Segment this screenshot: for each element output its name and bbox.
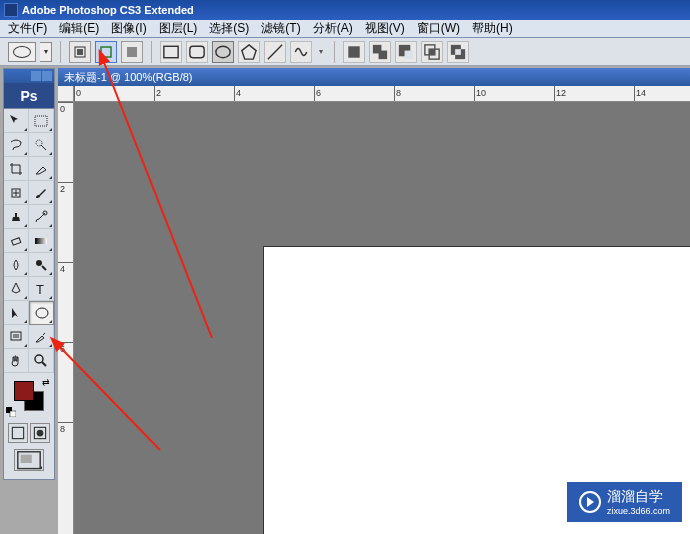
- lasso-tool[interactable]: [4, 133, 29, 157]
- svg-point-42: [37, 430, 44, 437]
- path-select-tool[interactable]: [4, 301, 29, 325]
- svg-rect-19: [455, 49, 461, 55]
- shape-custom-button[interactable]: [290, 41, 312, 63]
- standard-mode-button[interactable]: [8, 423, 28, 443]
- menu-filter[interactable]: 滤镜(T): [255, 20, 306, 37]
- svg-rect-13: [405, 50, 414, 59]
- dodge-tool[interactable]: [29, 253, 54, 277]
- svg-line-37: [42, 362, 46, 366]
- spot-heal-tool[interactable]: [4, 181, 29, 205]
- svg-rect-3: [127, 47, 137, 57]
- svg-rect-1: [77, 49, 83, 55]
- ps-logo: Ps: [4, 83, 54, 109]
- shape-options-dropdown[interactable]: [316, 41, 326, 63]
- pen-tool[interactable]: [4, 277, 29, 301]
- rect-marquee-tool[interactable]: [29, 109, 54, 133]
- svg-rect-27: [12, 237, 21, 244]
- svg-point-32: [36, 308, 48, 318]
- shape-rectangle-button[interactable]: [160, 41, 182, 63]
- svg-rect-40: [12, 427, 23, 438]
- play-icon: [579, 491, 601, 513]
- menu-analysis[interactable]: 分析(A): [307, 20, 359, 37]
- shape-polygon-button[interactable]: [238, 41, 260, 63]
- move-tool[interactable]: [4, 109, 29, 133]
- foreground-color[interactable]: [14, 381, 34, 401]
- ruler-corner: [58, 86, 74, 102]
- notes-tool[interactable]: [4, 325, 29, 349]
- watermark-brand: 溜溜自学: [607, 488, 670, 506]
- menu-select[interactable]: 选择(S): [203, 20, 255, 37]
- crop-tool[interactable]: [4, 157, 29, 181]
- document-window: 未标题-1 @ 100%(RGB/8) 0 2 4 6 8 10 12 14 0…: [58, 68, 690, 534]
- pathop-exclude-button[interactable]: [447, 41, 469, 63]
- svg-line-22: [41, 145, 46, 150]
- menu-layer[interactable]: 图层(L): [153, 20, 204, 37]
- shape-rounded-rect-button[interactable]: [186, 41, 208, 63]
- svg-rect-4: [164, 46, 178, 57]
- svg-point-29: [36, 260, 42, 266]
- svg-rect-39: [10, 411, 16, 417]
- history-brush-tool[interactable]: [29, 205, 54, 229]
- quick-mask-button[interactable]: [30, 423, 50, 443]
- default-colors-icon[interactable]: [6, 403, 16, 413]
- quick-mask-row: [4, 423, 54, 443]
- svg-marker-7: [242, 44, 256, 58]
- vertical-ruler[interactable]: 0 2 4 6 8: [58, 86, 74, 534]
- svg-rect-2: [101, 47, 111, 57]
- toolbox-panel: Ps T ⇄: [3, 68, 55, 480]
- eraser-tool[interactable]: [4, 229, 29, 253]
- menu-help[interactable]: 帮助(H): [466, 20, 519, 37]
- menu-view[interactable]: 视图(V): [359, 20, 411, 37]
- svg-line-8: [268, 44, 282, 58]
- menu-window[interactable]: 窗口(W): [411, 20, 466, 37]
- svg-rect-33: [11, 332, 21, 340]
- mode-paths-button[interactable]: [95, 41, 117, 63]
- horizontal-ruler[interactable]: 0 2 4 6 8 10 12 14: [74, 86, 690, 102]
- svg-point-6: [216, 46, 230, 57]
- svg-text:T: T: [36, 282, 44, 297]
- slice-tool[interactable]: [29, 157, 54, 181]
- blur-tool[interactable]: [4, 253, 29, 277]
- menu-edit[interactable]: 编辑(E): [53, 20, 105, 37]
- color-swatches: ⇄: [4, 377, 54, 413]
- mode-fill-pixels-button[interactable]: [121, 41, 143, 63]
- ellipse-shape-tool[interactable]: [29, 301, 54, 325]
- hand-tool[interactable]: [4, 349, 29, 373]
- svg-rect-16: [429, 49, 435, 55]
- type-tool[interactable]: T: [29, 277, 54, 301]
- svg-rect-28: [35, 238, 47, 244]
- tool-preset-dropdown[interactable]: [40, 42, 52, 62]
- menu-file[interactable]: 文件(F): [2, 20, 53, 37]
- document-title: 未标题-1 @ 100%(RGB/8): [58, 68, 690, 86]
- swap-colors-icon[interactable]: ⇄: [42, 377, 50, 387]
- clone-stamp-tool[interactable]: [4, 205, 29, 229]
- canvas-area[interactable]: [74, 102, 690, 534]
- pathop-subtract-button[interactable]: [395, 41, 417, 63]
- menu-image[interactable]: 图像(I): [105, 20, 152, 37]
- zoom-tool[interactable]: [29, 349, 54, 373]
- pathop-add-button[interactable]: [369, 41, 391, 63]
- toolbox-header[interactable]: [4, 69, 54, 83]
- brush-tool[interactable]: [29, 181, 54, 205]
- pathop-new-button[interactable]: [343, 41, 365, 63]
- svg-line-30: [42, 266, 46, 270]
- watermark: 溜溜自学 zixue.3d66.com: [567, 482, 682, 522]
- separator: [334, 41, 335, 63]
- screen-mode-button[interactable]: [14, 449, 44, 471]
- pathop-intersect-button[interactable]: [421, 41, 443, 63]
- menu-bar: 文件(F) 编辑(E) 图像(I) 图层(L) 选择(S) 滤镜(T) 分析(A…: [0, 20, 690, 38]
- separator: [60, 41, 61, 63]
- quick-select-tool[interactable]: [29, 133, 54, 157]
- screen-mode-row: [4, 449, 54, 471]
- gradient-tool[interactable]: [29, 229, 54, 253]
- shape-ellipse-button[interactable]: [212, 41, 234, 63]
- app-icon: [4, 3, 18, 17]
- svg-rect-20: [35, 116, 47, 126]
- eyedropper-tool[interactable]: [29, 325, 54, 349]
- separator: [151, 41, 152, 63]
- svg-rect-11: [379, 50, 388, 59]
- tool-preset-preview[interactable]: [8, 42, 36, 62]
- window-titlebar: Adobe Photoshop CS3 Extended: [0, 0, 690, 20]
- shape-line-button[interactable]: [264, 41, 286, 63]
- mode-shape-layers-button[interactable]: [69, 41, 91, 63]
